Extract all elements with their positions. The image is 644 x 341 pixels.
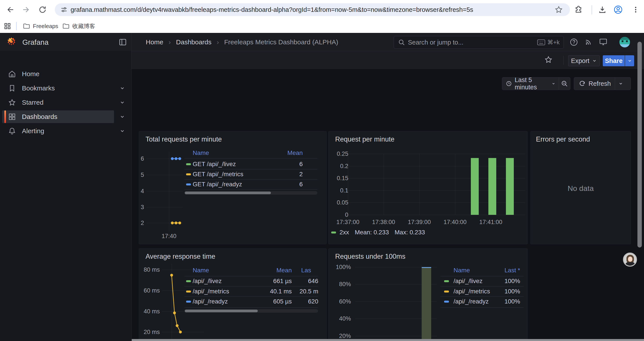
panel-total-requests: Total requests per minute 6 5 4 3 2 17:4… — [139, 131, 326, 244]
sidebar-item-dashboards[interactable]: Dashboards — [2, 110, 114, 123]
legend-col-name[interactable]: Name — [193, 149, 209, 156]
profile-button[interactable] — [613, 5, 623, 15]
bookmark-folder-freeleaps[interactable]: Freeleaps — [20, 21, 62, 31]
refresh-button[interactable]: Refresh — [574, 77, 631, 90]
bookmark-folder-blogs[interactable]: 收藏博客 — [60, 21, 98, 31]
sidebar-item-starred[interactable]: Starred — [2, 96, 114, 109]
legend-name[interactable]: /api/_/readyz — [193, 298, 254, 305]
page-vertical-scrollbar[interactable] — [638, 42, 642, 247]
share-button[interactable]: Share — [603, 55, 625, 66]
gridline — [169, 152, 169, 232]
panel-title[interactable]: Average response time — [146, 253, 215, 260]
legend-scrollbar-track[interactable] — [184, 309, 318, 313]
site-settings-icon[interactable] — [60, 6, 68, 13]
share-menu-button[interactable] — [625, 55, 634, 66]
sidebar-item-home[interactable]: Home — [2, 68, 114, 80]
breadcrumb-home[interactable]: Home — [146, 38, 163, 46]
dock-menu-button[interactable] — [118, 37, 128, 47]
favorite-dashboard-button[interactable] — [544, 55, 553, 65]
chevron-down-icon[interactable] — [120, 114, 125, 120]
assistant-avatar-widget[interactable] — [623, 253, 637, 267]
extensions-button[interactable] — [574, 5, 584, 15]
export-button[interactable]: Export — [568, 55, 600, 66]
chevron-down-icon[interactable] — [120, 85, 125, 91]
bookmark-star-icon[interactable] — [555, 6, 562, 14]
legend-scrollbar-thumb[interactable] — [185, 192, 271, 194]
panel-title[interactable]: Total requests per minute — [146, 135, 222, 143]
url-bar[interactable]: grafana.mathmast.com/d/deytv4rwavabkb/fr… — [55, 3, 570, 16]
news-button[interactable] — [584, 37, 593, 47]
y-tick: 0.05 — [331, 199, 348, 206]
export-label: Export — [571, 57, 590, 65]
home-icon — [8, 70, 16, 78]
browser-toolbar: grafana.mathmast.com/d/deytv4rwavabkb/fr… — [0, 0, 644, 19]
gridline — [147, 207, 183, 207]
help-button[interactable] — [569, 37, 579, 47]
url-text[interactable]: grafana.mathmast.com/d/deytv4rwavabkb/fr… — [70, 3, 553, 16]
downloads-button[interactable] — [598, 5, 607, 15]
legend-row-2xx[interactable]: 2xx Mean: 0.233 Max: 0.233 — [331, 229, 425, 236]
refresh-icon — [579, 80, 586, 87]
legend-col-name[interactable]: Name — [193, 267, 209, 274]
legend-separator — [440, 296, 524, 297]
forward-button[interactable] — [22, 5, 31, 15]
toolbar-divider — [563, 56, 564, 65]
legend-col-last[interactable]: Last * — [490, 267, 520, 274]
panel-requests-under-100ms: Requests under 100ms 100% 80% 60% 40% 20… — [328, 248, 528, 341]
x-tick: 17:37:00 — [335, 218, 361, 226]
x-tick: 17:38:00 — [370, 218, 397, 226]
folder-icon — [63, 23, 69, 29]
breadcrumb-dashboards[interactable]: Dashboards — [176, 38, 212, 46]
kiosk-mode-button[interactable] — [598, 37, 608, 47]
panel-title[interactable]: Errors per second — [536, 135, 590, 143]
legend-separator — [440, 276, 524, 276]
dots-metrics — [147, 152, 183, 232]
back-button[interactable] — [5, 5, 15, 15]
legend-col-last[interactable]: Las — [301, 267, 318, 274]
browser-menu-button[interactable] — [631, 5, 640, 15]
sidebar-item-label: Starred — [22, 99, 114, 106]
time-range-picker[interactable]: Last 5 minutes — [502, 77, 570, 90]
panel-title[interactable]: Request per minute — [335, 135, 394, 143]
legend-name[interactable]: GET /api/_/metrics — [193, 171, 265, 178]
bar — [488, 158, 496, 215]
reload-button[interactable] — [38, 5, 47, 15]
legend-swatch — [331, 231, 336, 233]
brand-label[interactable]: Grafana — [22, 38, 48, 47]
legend-col-mean[interactable]: Mean — [272, 149, 303, 156]
apps-button[interactable] — [3, 21, 12, 31]
sidebar-item-bookmarks[interactable]: Bookmarks — [2, 82, 114, 95]
grafana-logo[interactable] — [6, 37, 17, 47]
y-tick: 40% — [331, 315, 351, 322]
legend-last-value: 100% — [490, 288, 520, 295]
chevron-down-icon[interactable] — [120, 100, 125, 105]
legend-name[interactable]: GET /api/_/livez — [193, 161, 265, 168]
legend-series-label[interactable]: 2xx — [340, 229, 349, 236]
legend-separator — [184, 276, 318, 276]
page-horizontal-scrollbar[interactable] — [132, 339, 644, 341]
help-icon — [570, 38, 578, 46]
avatar-art — [620, 37, 630, 40]
chevron-down-icon[interactable] — [120, 128, 125, 134]
refresh-interval-button[interactable] — [615, 81, 626, 86]
chevron-down-icon — [627, 58, 632, 63]
y-tick: 0.1 — [331, 187, 348, 194]
gridline — [162, 332, 204, 332]
sidebar-item-alerting[interactable]: Alerting — [2, 125, 114, 137]
legend-scrollbar-thumb[interactable] — [185, 310, 258, 312]
legend-name[interactable]: /api/_/metrics — [193, 288, 254, 295]
bar — [471, 158, 479, 215]
y-tick: 0 — [331, 211, 348, 219]
y-tick: 100% — [331, 263, 351, 271]
search-input[interactable]: Search or jump to... ⌘+k — [394, 36, 564, 49]
legend-name[interactable]: /api/_/livez — [193, 278, 254, 285]
star-icon — [544, 56, 552, 64]
panel-title[interactable]: Requests under 100ms — [335, 253, 406, 260]
legend-col-mean[interactable]: Mean — [261, 267, 292, 274]
bell-icon — [8, 127, 16, 135]
legend-name[interactable]: GET /api/_/readyz — [193, 181, 265, 188]
zoom-out-button[interactable] — [559, 80, 570, 87]
user-avatar[interactable] — [620, 37, 630, 47]
legend-col-name[interactable]: Name — [454, 267, 470, 274]
legend-scrollbar-track[interactable] — [184, 191, 318, 195]
